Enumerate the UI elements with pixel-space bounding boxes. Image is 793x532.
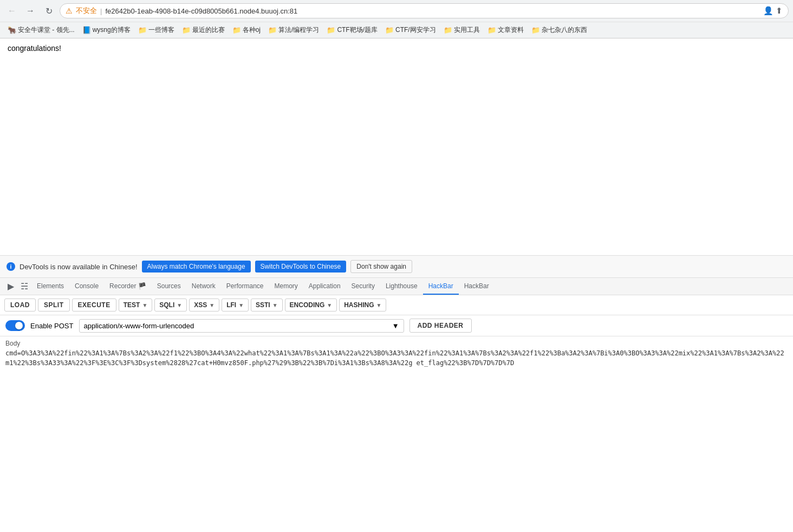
- content-type-value: application/x-www-form-urlencoded: [84, 322, 194, 330]
- bookmark-favicon-9: 📁: [487, 26, 496, 34]
- content-type-select[interactable]: application/x-www-form-urlencoded ▼: [79, 319, 404, 333]
- content-type-arrow: ▼: [392, 322, 399, 330]
- encoding-dropdown-arrow: ▼: [327, 302, 332, 308]
- insecure-icon: ⚠: [66, 7, 73, 15]
- bookmark-favicon-0: 🐂: [8, 26, 16, 34]
- separator: |: [100, 7, 102, 15]
- xss-dropdown-arrow: ▼: [209, 302, 214, 308]
- bookmark-item-6[interactable]: 📁 CTF靶场/题库: [323, 24, 381, 36]
- bookmark-item-0[interactable]: 🐂 安全牛课堂 - 领先...: [4, 24, 78, 36]
- bookmark-label-2: 一些博客: [148, 25, 174, 35]
- tab-recorder[interactable]: Recorder 🏴: [104, 278, 152, 295]
- split-button[interactable]: SPLIT: [38, 299, 70, 312]
- execute-button[interactable]: EXECUTE: [72, 299, 116, 312]
- back-button[interactable]: ←: [4, 3, 20, 18]
- test-dropdown[interactable]: TEST ▼: [119, 299, 153, 312]
- bookmark-label-10: 杂七杂八的东西: [542, 25, 587, 35]
- bookmarks-bar: 🐂 安全牛课堂 - 领先... 📘 wysng的博客 📁 一些博客 📁 最近的比…: [0, 22, 793, 38]
- tab-hackbar-active[interactable]: HackBar: [423, 278, 459, 295]
- bookmark-item-8[interactable]: 📁 实用工具: [440, 24, 483, 36]
- switch-to-chinese-button[interactable]: Switch DevTools to Chinese: [255, 261, 347, 273]
- enable-post-label: Enable POST: [30, 322, 74, 330]
- bookmark-label-7: CTF/网安学习: [395, 25, 436, 35]
- body-content[interactable]: cmd=O%3A3%3A%22fin%22%3A1%3A%7Bs%3A2%3A%…: [5, 348, 788, 368]
- lfi-dropdown-arrow: ▼: [238, 302, 244, 308]
- info-icon: i: [6, 262, 15, 271]
- ssti-dropdown[interactable]: SSTI ▼: [251, 299, 283, 312]
- bookmark-item-5[interactable]: 📁 算法/编程学习: [265, 24, 322, 36]
- bookmark-label-3: 最近的比赛: [192, 25, 225, 35]
- address-bar[interactable]: ⚠ 不安全 | fe2642b0-1eab-4908-b14e-c09d8005…: [60, 3, 789, 18]
- nav-bar: ← → ↻ ⚠ 不安全 | fe2642b0-1eab-4908-b14e-c0…: [0, 0, 793, 22]
- bookmark-item-4[interactable]: 📁 各种oj: [229, 24, 264, 36]
- devtools-mobile-icon[interactable]: ☵: [17, 278, 31, 295]
- bookmark-favicon-6: 📁: [327, 26, 335, 34]
- tab-security[interactable]: Security: [346, 278, 380, 295]
- hashing-dropdown[interactable]: HASHING ▼: [339, 299, 386, 312]
- bookmark-favicon-8: 📁: [444, 26, 452, 34]
- devtools-cursor-icon[interactable]: ▶: [4, 278, 17, 295]
- reload-button[interactable]: ↻: [41, 3, 56, 18]
- post-row: Enable POST application/x-www-form-urlen…: [0, 315, 793, 336]
- congratulations-text: congratulations!: [8, 44, 785, 53]
- bookmark-label-9: 文章资料: [498, 25, 524, 35]
- always-match-language-button[interactable]: Always match Chrome's language: [142, 261, 251, 273]
- bookmark-label-6: CTF靶场/题库: [337, 25, 378, 35]
- tab-memory[interactable]: Memory: [269, 278, 303, 295]
- tab-performance[interactable]: Performance: [221, 278, 269, 295]
- bookmark-favicon-4: 📁: [232, 26, 241, 34]
- tab-application[interactable]: Application: [303, 278, 346, 295]
- enable-post-toggle[interactable]: [5, 320, 25, 331]
- bookmark-label-1: wysng的博客: [93, 25, 131, 35]
- address-bar-icons: 👤 ⬆: [763, 6, 783, 16]
- ssti-dropdown-arrow: ▼: [272, 302, 278, 308]
- bookmark-favicon-7: 📁: [385, 26, 394, 34]
- toggle-thumb: [15, 322, 23, 329]
- sqli-dropdown[interactable]: SQLI ▼: [154, 299, 187, 312]
- bookmark-item-10[interactable]: 📁 杂七杂八的东西: [528, 24, 590, 36]
- bookmark-item-7[interactable]: 📁 CTF/网安学习: [382, 24, 439, 36]
- share-icon: ⬆: [776, 6, 783, 16]
- url-text: fe2642b0-1eab-4908-b14e-c09d8005b661.nod…: [105, 7, 760, 15]
- bookmark-item-3[interactable]: 📁 最近的比赛: [179, 24, 228, 36]
- bookmark-favicon-3: 📁: [182, 26, 191, 34]
- devtools-tabs: ▶ ☵ Elements Console Recorder 🏴 Sources …: [0, 278, 793, 295]
- xss-dropdown[interactable]: XSS ▼: [189, 299, 219, 312]
- forward-button[interactable]: →: [23, 3, 38, 18]
- sqli-dropdown-arrow: ▼: [177, 302, 182, 308]
- body-section: Body cmd=O%3A3%3A%22fin%22%3A1%3A%7Bs%3A…: [0, 336, 793, 371]
- tab-hackbar-2[interactable]: HackBar: [459, 278, 495, 295]
- tab-elements[interactable]: Elements: [31, 278, 69, 295]
- profile-icon: 👤: [763, 6, 774, 16]
- tab-console[interactable]: Console: [69, 278, 104, 295]
- bookmark-label-5: 算法/编程学习: [278, 25, 319, 35]
- dont-show-again-button[interactable]: Don't show again: [350, 260, 412, 273]
- tab-network[interactable]: Network: [186, 278, 221, 295]
- bookmark-favicon-10: 📁: [531, 26, 540, 34]
- devtools-notification-bar: i DevTools is now available in Chinese! …: [0, 255, 793, 277]
- notification-message: DevTools is now available in Chinese!: [20, 263, 138, 271]
- bookmark-item-9[interactable]: 📁 文章资料: [484, 24, 527, 36]
- test-dropdown-arrow: ▼: [142, 302, 147, 308]
- bookmark-item-2[interactable]: 📁 一些博客: [135, 24, 178, 36]
- tab-sources[interactable]: Sources: [152, 278, 186, 295]
- hashing-dropdown-arrow: ▼: [376, 302, 382, 308]
- bookmark-label-8: 实用工具: [454, 25, 480, 35]
- add-header-button[interactable]: ADD HEADER: [410, 319, 472, 333]
- bookmark-favicon-2: 📁: [138, 26, 147, 34]
- insecure-label: 不安全: [76, 6, 97, 16]
- bookmark-item-1[interactable]: 📘 wysng的博客: [79, 24, 134, 36]
- encoding-dropdown[interactable]: ENCODING ▼: [285, 299, 337, 312]
- body-label: Body: [5, 340, 788, 347]
- bookmark-label-0: 安全牛课堂 - 领先...: [18, 25, 75, 35]
- bookmark-label-4: 各种oj: [243, 25, 261, 35]
- devtools-panel: ▶ ☵ Elements Console Recorder 🏴 Sources …: [0, 277, 793, 371]
- bookmark-favicon-1: 📘: [82, 26, 91, 34]
- load-button[interactable]: LOAD: [4, 299, 36, 312]
- tab-lighthouse[interactable]: Lighthouse: [380, 278, 423, 295]
- lfi-dropdown[interactable]: LFI ▼: [222, 299, 249, 312]
- bookmark-favicon-5: 📁: [268, 26, 277, 34]
- hackbar-toolbar: LOAD SPLIT EXECUTE TEST ▼ SQLI ▼ XSS ▼ L…: [0, 295, 793, 315]
- browser-chrome: ← → ↻ ⚠ 不安全 | fe2642b0-1eab-4908-b14e-c0…: [0, 0, 793, 38]
- page-content: congratulations!: [0, 38, 793, 255]
